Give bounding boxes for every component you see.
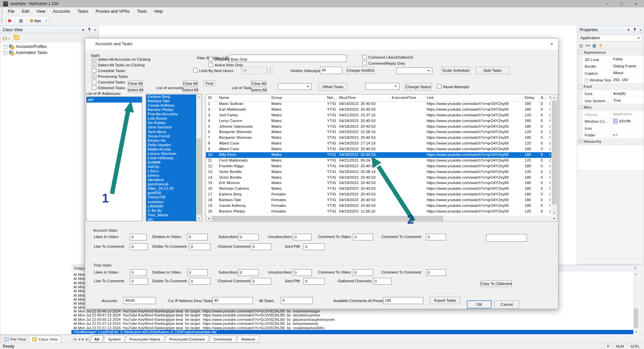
table-row[interactable]: 13Victor BonillaMalesYT/G04/18/2023 20:3… [206,169,551,175]
output-tab-processed-videos[interactable]: Processed Videos [125,336,165,343]
table-row[interactable]: 5Johnnie ValenzuelaMalesYT/G04/18/2023 2… [206,124,551,130]
account-item[interactable]: Earlene Berg [146,95,196,99]
column-header-executedtime[interactable]: ExecutedTime [390,95,425,101]
account-item[interactable]: johnny [146,173,196,178]
change-holdon-button[interactable]: Change HoldOn [346,67,375,74]
property-value[interactable]: c:\ [611,131,644,138]
total-stat-input-comment-to-comment[interactable]: 0 [426,269,446,276]
account-stat-input-comment-to-comment[interactable]: 0 [426,234,446,240]
account-item[interactable]: Barbara Tate [146,99,196,103]
account-item[interactable]: Tami Meza [146,130,196,134]
output-line[interactable]: At Mon Jul 22 01:07:13 2024 YouTube KeyW… [73,322,318,326]
tree-item-automation-tasks[interactable]: +Automation Tasks [0,50,98,56]
run-icon[interactable] [8,19,12,23]
property-row-3d-look[interactable]: 3D LookFalse [577,56,644,63]
offset-combo[interactable] [278,83,312,90]
categorized-icon[interactable]: ▤ [579,43,583,48]
menu-item-proxies-and-vpns[interactable]: Proxies and VPNs [92,7,133,16]
copy-to-clipboard-button[interactable]: Copy To Clipboard [481,280,512,287]
output-line[interactable]: At Mon Jul 22 00:46:13 2024 YouTube KeyW… [73,309,320,313]
property-value[interactable]: Arial(8) [611,90,644,97]
tab-class-view[interactable]: Class View [29,336,61,343]
output-line[interactable]: At Mon Jul 22 01:21:13 2024 YouTube KeyW… [73,326,324,330]
vpn-button[interactable]: Vpn [30,19,41,23]
stop-icon[interactable] [19,19,23,23]
go-previous-icon[interactable]: ◀ [78,338,80,341]
column-header-musttime[interactable]: MustTime [337,95,390,101]
table-hscrollbar[interactable]: ◀ ▶ [206,216,557,221]
total-stat-input-gathered-channels[interactable]: 0 [373,278,391,285]
table-row[interactable]: 7Benjamin ShermanMalesYT/G04/18/2023 20:… [206,135,551,141]
output-tab-comments[interactable]: Comments [209,336,237,343]
class-view-titlebar[interactable]: Class View ▼ × [0,26,98,34]
account-item[interactable]: Priscilla Mccarthy [146,112,196,116]
accounts-clear-all-button[interactable]: Clear All [183,80,198,86]
chevron-down-icon[interactable]: ▼ [82,28,85,33]
account-stat-input-dislikes-to-video[interactable]: 0 [187,234,208,240]
account-item[interactable]: Carla Holloway [146,156,196,160]
limit-input[interactable]: 24 [241,67,267,74]
account-item[interactable]: sikedaica [146,178,196,182]
property-value[interactable]: True [611,97,644,104]
column-header-name[interactable]: Name [217,95,269,101]
scroll-left-icon[interactable]: ◀ [206,216,211,221]
toolbar-overflow-icon[interactable]: ▾ [46,19,47,22]
scroll-right-icon[interactable]: ▶ [552,216,557,221]
tab-file-view[interactable]: File View [1,336,29,343]
checkbox-box[interactable] [209,63,213,67]
account-item[interactable]: gold555 [146,191,196,195]
checkbox-select-all-tasks-on-clicking[interactable]: ✓Select All Tasks on Clicking [92,63,145,67]
account-item[interactable]: TimmyT85 [146,195,196,199]
new-folder-icon[interactable] [14,36,19,40]
maximize-button[interactable]: □ [619,1,625,6]
output-line[interactable]: At Mon Jul 22 00:47:13 2024 YouTube KeyW… [73,313,320,317]
column-header-a[interactable]: A... [539,95,547,101]
property-row-icon[interactable]: Icon [577,125,644,132]
scale-schedule-button[interactable]: Scale Schedule [441,67,470,74]
accounts-select-all-button[interactable]: Select All [183,87,198,93]
ok-button[interactable]: OK [467,300,492,308]
account-item[interactable]: Tessa Ferrell [146,134,196,138]
properties-titlebar[interactable]: Properties ▼ × [577,26,644,34]
tasks-clear-all-button[interactable]: Clear All [251,80,267,86]
scroll-up-icon[interactable]: ▲ [551,95,557,100]
table-row[interactable]: 14Victor BonillaMalesYT/G04/18/2023 20:4… [206,175,551,181]
total-stat-input-unsubscribes[interactable]: 0 [293,269,312,276]
table-row[interactable]: 6Benjamin ShermanMalesYT/G04/19/2023 22:… [206,129,551,135]
scrollbar-thumb[interactable] [634,308,638,328]
column-header-net[interactable]: Net... [325,95,337,101]
scroll-down-icon[interactable]: ▼ [196,216,202,221]
property-row-window-co[interactable]: Window Co...d2c0fe [577,118,644,125]
checkbox-box[interactable]: ✓ [92,63,96,67]
reset-attempts-checkbox[interactable] [437,84,441,89]
events-icon[interactable] [599,43,602,48]
pin-icon[interactable] [88,27,91,33]
scrollbar-thumb[interactable] [197,138,201,215]
sort-alphabetical-icon[interactable]: A↓Z [586,44,590,47]
column-header-c[interactable]: C [547,95,551,101]
menu-item-help[interactable]: Help [151,7,167,16]
ip-select-all-button[interactable]: Select All [128,87,143,93]
scroll-down-icon[interactable]: ▼ [551,210,557,216]
total-stat-input-channel-comment[interactable]: 0 [251,278,271,285]
property-value[interactable]: Dialog Frame [611,63,644,69]
menu-item-view[interactable]: View [33,7,49,16]
checkbox-box[interactable]: ✓ [92,74,96,78]
chevron-down-icon[interactable]: ▼ [627,28,630,33]
export-tasks-button[interactable]: Export Tasks [430,297,461,304]
table-row[interactable]: 3Joel FarleyMalesYT/G04/21/2023 15:37:15… [206,113,551,118]
total-stat-input-like-to-comment[interactable]: 0 [130,278,148,285]
column-header-link[interactable]: Link [425,95,523,101]
collapse-icon[interactable]: - [578,50,582,54]
close-icon[interactable]: × [634,266,636,270]
ip-listbox[interactable]: def [86,97,142,221]
account-item[interactable]: tan [146,217,196,221]
cancel-button[interactable]: Cancel [494,300,519,308]
checkbox-box[interactable] [362,61,367,65]
account-stat-input-subscribes[interactable]: 0 [238,234,259,240]
table-vscrollbar[interactable]: ▲ ▼ [551,95,557,216]
table-row[interactable]: 8Albert CaseMalesYT/G04/19/2023 17:14:15… [206,141,551,147]
drag-grip[interactable] [1,9,3,14]
total-stat-input-sent-pm[interactable]: 0 [304,278,325,285]
property-value[interactable]: 250, 150 [611,76,644,83]
